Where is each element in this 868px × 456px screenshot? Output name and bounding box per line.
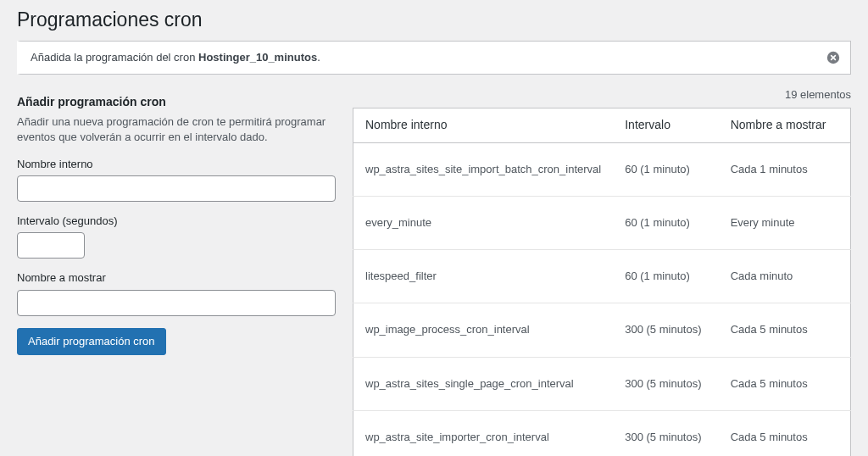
cell-internal-name: wp_image_process_cron_interval	[353, 303, 614, 357]
cell-internal-name: litespeed_filter	[353, 250, 614, 303]
cell-interval: 300 (5 minutos)	[613, 357, 718, 410]
cell-display-name: Every minute	[719, 197, 851, 250]
interval-label: Intervalo (segundos)	[17, 214, 336, 229]
notice-prefix: Añadida la programación del cron	[31, 51, 198, 64]
display-name-label: Nombre a mostrar	[17, 270, 336, 286]
schedules-table: Nombre interno Intervalo Nombre a mostra…	[353, 108, 851, 456]
header-internal-name: Nombre interno	[353, 108, 614, 143]
display-name-input[interactable]	[17, 290, 336, 316]
form-heading: Añadir programación cron	[17, 94, 336, 111]
internal-name-label: Nombre interno	[17, 157, 336, 172]
header-interval: Intervalo	[613, 108, 718, 143]
internal-name-input[interactable]	[17, 175, 336, 202]
cell-display-name: Cada 1 minutos	[719, 142, 851, 196]
success-notice: Añadida la programación del cron Hosting…	[17, 41, 851, 75]
cell-display-name: Cada 5 minutos	[719, 357, 851, 410]
cell-internal-name: wp_astra_site_importer_cron_interval	[353, 410, 614, 456]
add-schedule-form: Añadir programación cron Añadir una nuev…	[17, 87, 353, 355]
notice-text: Añadida la programación del cron Hosting…	[31, 50, 320, 65]
cell-internal-name: every_minute	[353, 197, 614, 250]
table-row: litespeed_filter60 (1 minuto)Cada minuto	[353, 250, 851, 303]
table-row: wp_astra_sites_site_import_batch_cron_in…	[353, 142, 851, 196]
table-row: wp_astra_site_importer_cron_interval300 …	[353, 410, 851, 456]
notice-suffix: .	[317, 51, 320, 64]
table-row: wp_astra_sites_single_page_cron_interval…	[353, 357, 851, 410]
cell-internal-name: wp_astra_sites_single_page_cron_interval	[353, 357, 614, 410]
table-row: every_minute60 (1 minuto)Every minute	[353, 197, 851, 250]
add-schedule-button[interactable]: Añadir programación cron	[17, 328, 166, 355]
close-icon[interactable]	[826, 51, 840, 64]
table-row: wp_image_process_cron_interval300 (5 min…	[353, 303, 851, 357]
notice-schedule-name: Hostinger_10_minutos	[198, 51, 317, 64]
header-display-name: Nombre a mostrar	[719, 108, 851, 143]
cell-interval: 60 (1 minuto)	[613, 142, 718, 196]
cell-interval: 60 (1 minuto)	[613, 250, 718, 303]
cell-display-name: Cada 5 minutos	[719, 303, 851, 357]
cell-internal-name: wp_astra_sites_site_import_batch_cron_in…	[353, 142, 614, 196]
item-count: 19 elementos	[353, 87, 851, 103]
cell-interval: 60 (1 minuto)	[613, 197, 718, 250]
cell-interval: 300 (5 minutos)	[613, 410, 718, 456]
interval-input[interactable]	[17, 232, 85, 259]
cell-display-name: Cada 5 minutos	[719, 410, 851, 456]
form-description: Añadir una nueva programación de cron te…	[17, 114, 336, 145]
cell-display-name: Cada minuto	[719, 250, 851, 303]
page-title: Programaciones cron	[17, 0, 851, 36]
cell-interval: 300 (5 minutos)	[613, 303, 718, 357]
